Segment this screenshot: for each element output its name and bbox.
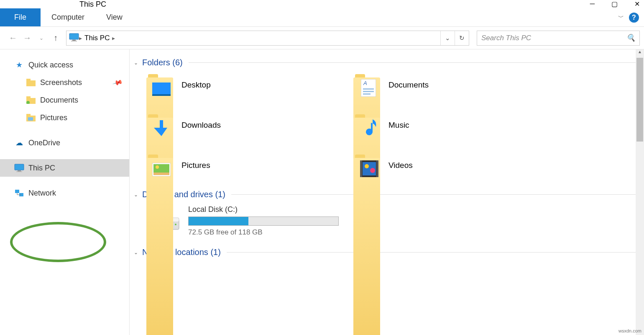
chevron-down-icon: ⌄ bbox=[134, 192, 138, 198]
sidebar-item-pictures[interactable]: Pictures bbox=[0, 109, 129, 126]
tab-file[interactable]: File bbox=[0, 8, 41, 26]
svg-point-29 bbox=[365, 164, 369, 168]
sidebar-item-screenshots[interactable]: Screenshots 📌 bbox=[0, 74, 129, 91]
breadcrumb-separator-icon[interactable]: ▸ bbox=[112, 35, 115, 41]
svg-rect-17 bbox=[152, 94, 171, 96]
search-icon: 🔍 bbox=[626, 34, 635, 42]
svg-rect-6 bbox=[26, 96, 31, 98]
videos-folder-icon bbox=[353, 154, 380, 177]
sidebar-item-label: OneDrive bbox=[28, 139, 60, 147]
divider bbox=[189, 62, 636, 63]
maximize-button[interactable]: ▢ bbox=[611, 0, 618, 8]
minimize-button[interactable]: ─ bbox=[590, 0, 595, 8]
svg-rect-11 bbox=[15, 164, 24, 170]
title-bar: This PC ─ ▢ ✕ bbox=[0, 0, 644, 8]
sidebar-item-onedrive[interactable]: ☁ OneDrive bbox=[0, 134, 129, 152]
recent-locations-button[interactable]: ⌄ bbox=[36, 35, 47, 41]
content-pane: ⌄ Folders (6) Desktop A Doc bbox=[130, 49, 644, 335]
svg-rect-3 bbox=[26, 80, 36, 86]
folder-pictures[interactable]: Pictures bbox=[146, 154, 353, 177]
divider bbox=[227, 252, 636, 253]
folder-documents[interactable]: A Documents bbox=[353, 73, 560, 97]
drive-label: Local Disk (C:) bbox=[188, 205, 339, 214]
tab-view[interactable]: View bbox=[95, 8, 133, 26]
cloud-icon: ☁ bbox=[14, 138, 24, 148]
documents-folder-icon: A bbox=[353, 73, 380, 97]
section-title: Folders (6) bbox=[142, 58, 183, 67]
folder-downloads[interactable]: Downloads bbox=[146, 113, 353, 137]
refresh-button[interactable]: ↻ bbox=[455, 31, 469, 45]
svg-point-25 bbox=[156, 165, 159, 169]
folder-label: Music bbox=[388, 121, 409, 130]
sidebar-item-label: Quick access bbox=[28, 61, 73, 70]
chevron-down-icon: ⌄ bbox=[134, 60, 138, 66]
sidebar-item-label: Screenshots bbox=[40, 78, 82, 87]
address-bar[interactable]: ▸ This PC ▸ ⌄ ↻ bbox=[66, 31, 469, 46]
breadcrumb-separator-icon[interactable]: ▸ bbox=[79, 35, 82, 41]
drive-usage-bar bbox=[188, 216, 339, 226]
folder-desktop[interactable]: Desktop bbox=[146, 73, 353, 97]
sidebar-item-network[interactable]: Network bbox=[0, 184, 129, 202]
svg-rect-10 bbox=[28, 117, 33, 121]
desktop-folder-icon bbox=[146, 73, 173, 97]
svg-rect-21 bbox=[363, 91, 374, 92]
folder-icon bbox=[26, 77, 36, 88]
pin-icon: 📌 bbox=[112, 77, 123, 88]
search-placeholder: Search This PC bbox=[481, 34, 531, 42]
star-icon: ★ bbox=[14, 60, 24, 70]
folder-icon bbox=[26, 95, 36, 105]
help-icon[interactable]: ? bbox=[629, 13, 639, 23]
close-button[interactable]: ✕ bbox=[634, 0, 640, 8]
svg-rect-26 bbox=[153, 173, 169, 175]
scroll-up-icon[interactable]: ▲ bbox=[636, 49, 644, 58]
back-button[interactable]: ← bbox=[8, 33, 18, 43]
folder-icon bbox=[26, 113, 36, 123]
svg-rect-9 bbox=[26, 114, 31, 116]
svg-rect-31 bbox=[360, 160, 362, 177]
downloads-folder-icon bbox=[146, 113, 173, 137]
forward-button[interactable]: → bbox=[22, 33, 33, 43]
vertical-scrollbar[interactable]: ▲ bbox=[636, 49, 644, 335]
source-watermark: wsxdn.com bbox=[618, 328, 641, 333]
sidebar-item-this-pc[interactable]: This PC bbox=[0, 159, 129, 177]
folder-label: Documents bbox=[388, 80, 429, 90]
search-input[interactable]: Search This PC 🔍 bbox=[477, 31, 640, 46]
drive-usage-fill bbox=[189, 217, 248, 225]
svg-rect-22 bbox=[363, 93, 371, 95]
annotation-highlight bbox=[10, 222, 106, 262]
folder-videos[interactable]: Videos bbox=[353, 154, 560, 177]
sidebar-item-label: Documents bbox=[40, 96, 78, 105]
svg-text:A: A bbox=[363, 80, 367, 86]
folder-label: Desktop bbox=[181, 80, 211, 90]
svg-rect-13 bbox=[16, 171, 22, 172]
sidebar-item-label: Network bbox=[28, 189, 56, 198]
svg-rect-24 bbox=[153, 164, 169, 173]
svg-point-39 bbox=[175, 224, 176, 225]
address-dropdown-button[interactable]: ⌄ bbox=[440, 31, 455, 45]
svg-rect-4 bbox=[26, 79, 31, 81]
folder-music[interactable]: Music bbox=[353, 113, 560, 137]
sidebar-item-documents[interactable]: Documents bbox=[0, 91, 129, 109]
section-header-drives[interactable]: ⌄ Devices and drives (1) bbox=[134, 187, 636, 205]
window-title: This PC bbox=[79, 0, 106, 9]
sidebar-item-quick-access[interactable]: ★ Quick access bbox=[0, 56, 129, 74]
pictures-folder-icon bbox=[146, 154, 173, 177]
scroll-thumb[interactable] bbox=[636, 58, 643, 142]
section-header-network-locations[interactable]: ⌄ Network locations (1) bbox=[134, 245, 636, 263]
ribbon-expand-icon[interactable]: ﹀ bbox=[618, 14, 624, 21]
drive-free-text: 72.5 GB free of 118 GB bbox=[188, 228, 339, 237]
svg-rect-16 bbox=[152, 82, 171, 94]
svg-rect-20 bbox=[363, 88, 374, 90]
svg-rect-2 bbox=[71, 41, 77, 41]
divider bbox=[231, 194, 636, 195]
up-button[interactable]: ↑ bbox=[50, 33, 61, 43]
svg-point-30 bbox=[370, 168, 375, 173]
tab-computer[interactable]: Computer bbox=[41, 8, 95, 26]
svg-rect-14 bbox=[15, 190, 19, 193]
drive-local-disk-c[interactable]: Local Disk (C:) 72.5 GB free of 118 GB bbox=[134, 205, 636, 245]
chevron-down-icon: ⌄ bbox=[134, 250, 138, 255]
music-folder-icon bbox=[353, 113, 380, 137]
section-header-folders[interactable]: ⌄ Folders (6) bbox=[134, 55, 636, 73]
breadcrumb[interactable]: This PC bbox=[82, 34, 112, 42]
this-pc-icon bbox=[14, 163, 24, 173]
